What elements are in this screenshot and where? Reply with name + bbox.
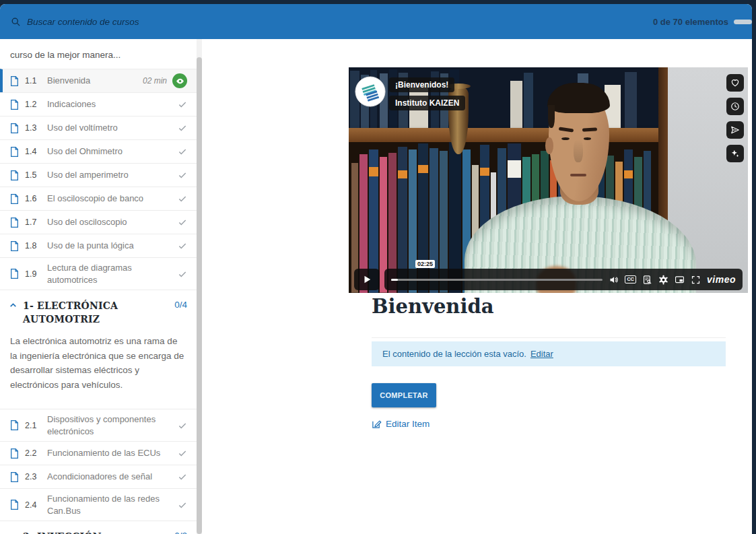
lesson-label: Uso de la punta lógica [47, 240, 172, 252]
volume-button[interactable] [609, 275, 619, 285]
lesson-item-1-8[interactable]: 1.8 Uso de la punta lógica [0, 234, 197, 257]
sparkles-icon [730, 149, 740, 158]
file-icon [10, 123, 19, 133]
lesson-number: 1.5 [25, 170, 41, 180]
lesson-item-1-9[interactable]: 1.9 Lectura de diagramas automotrices [0, 257, 197, 290]
paper-plane-icon [730, 125, 740, 135]
lesson-number: 1.2 [25, 100, 41, 109]
presenter-brow [559, 127, 574, 132]
play-icon [362, 275, 372, 284]
notice-edit-link[interactable]: Editar [530, 349, 553, 359]
gear-icon [658, 275, 668, 285]
presenter-head [549, 86, 609, 201]
share-button[interactable] [726, 121, 744, 139]
lesson-item-2-1[interactable]: 2.1 Dispositivos y componentes electróni… [0, 409, 197, 441]
transcript-icon [642, 275, 652, 285]
lesson-item-1-2[interactable]: 1.2 Indicaciones [0, 92, 197, 116]
check-icon [178, 472, 187, 481]
settings-button[interactable] [658, 275, 668, 285]
lesson-item-1-4[interactable]: 1.4 Uso del Ohmimetro [0, 139, 197, 163]
lesson-number: 1.4 [25, 147, 41, 156]
fullscreen-button[interactable] [691, 275, 701, 285]
lesson-item-2-2[interactable]: 2.2 Funcionamiento de las ECUs [0, 441, 197, 465]
clock-icon [730, 102, 740, 111]
divider [372, 337, 726, 338]
presenter-hair [547, 83, 611, 112]
lesson-item-1-1[interactable]: 1.1 Bienvenida 02 min [0, 69, 197, 92]
lesson-item-2-3[interactable]: 2.3 Acondicionadores de señal [0, 465, 197, 488]
lesson-number: 1.8 [25, 241, 41, 251]
captions-button[interactable]: CC [625, 275, 636, 283]
lesson-item-1-7[interactable]: 1.7 Uso del osciloscopio [0, 210, 197, 234]
section-header-electronica-automotriz[interactable]: 1- ELECTRÓNICA AUTOMOTRIZ 0/4 [0, 290, 197, 333]
sidebar-scrollbar[interactable] [197, 39, 202, 534]
lesson-number: 1.7 [25, 218, 41, 227]
transcript-button[interactable] [642, 275, 652, 285]
lesson-label: Funcionamiento de las ECUs [47, 447, 172, 459]
instituto-kaizen-logo [355, 76, 386, 110]
file-icon [10, 241, 19, 251]
lesson-label: El osciloscopio de banco [47, 193, 172, 205]
lesson-number: 2.1 [25, 421, 41, 430]
lesson-number: 1.9 [25, 269, 41, 279]
presenter-ear [545, 137, 553, 155]
check-icon [178, 147, 187, 156]
file-icon [10, 218, 19, 228]
check-icon [178, 269, 187, 279]
scrollbar-thumb[interactable] [197, 57, 202, 534]
eye-icon [172, 73, 187, 88]
search-input[interactable] [27, 17, 310, 27]
vimeo-logo[interactable]: vimeo [707, 274, 736, 285]
page-title: Bienvenida [372, 295, 494, 318]
lesson-number: 2.2 [25, 448, 41, 458]
pip-icon [675, 275, 685, 285]
seek-played [391, 279, 398, 281]
check-icon [178, 448, 187, 458]
lesson-label: Funcionamiento de las redes Can.Bus [47, 493, 172, 516]
edit-item-link[interactable]: Editar Item [372, 419, 429, 429]
lesson-sidebar: curso de la mejor manera... 1.1 Bienveni… [0, 39, 202, 534]
fullscreen-icon [691, 275, 701, 285]
section-count: 0/2 [174, 531, 187, 534]
lesson-label: Uso del osciloscopio [47, 216, 172, 228]
check-icon [178, 218, 187, 227]
effects-button[interactable] [726, 145, 744, 162]
lesson-label: Bienvenida [47, 75, 137, 87]
lesson-label: Indicaciones [47, 98, 172, 110]
like-button[interactable] [726, 74, 744, 92]
file-icon [10, 420, 19, 430]
check-icon [178, 241, 187, 251]
presenter-sideburn [548, 105, 555, 128]
section-header-inyeccion-electronica[interactable]: 2- INYECCIÓN ELECTRÓNICA DE COMBUSTIBLE … [0, 521, 197, 534]
heart-icon [730, 78, 740, 88]
check-icon [178, 100, 187, 109]
section-title: 2- INYECCIÓN ELECTRÓNICA DE COMBUSTIBLE [23, 530, 169, 534]
vimeo-video-player[interactable]: ¡Bienvenidos! Instituto KAIZEN [349, 67, 748, 293]
edit-item-label: Editar Item [386, 419, 429, 429]
check-icon [178, 500, 187, 510]
file-icon [10, 500, 19, 510]
lesson-item-2-4[interactable]: 2.4 Funcionamiento de las redes Can.Bus [0, 488, 197, 521]
lesson-main: ¡Bienvenidos! Instituto KAIZEN [202, 39, 752, 534]
lesson-item-1-6[interactable]: 1.6 El osciloscopio de banco [0, 187, 197, 210]
lesson-item-1-3[interactable]: 1.3 Uso del voltímetro [0, 116, 197, 139]
welcome-badge: ¡Bienvenidos! [389, 77, 454, 92]
lesson-item-1-5[interactable]: 1.5 Uso del amperimetro [0, 163, 197, 187]
check-icon [178, 170, 187, 180]
progress-label: 0 de 70 elementos [653, 17, 728, 27]
lesson-label: Lectura de diagramas automotrices [47, 262, 172, 286]
watch-later-button[interactable] [726, 98, 744, 115]
check-icon [178, 194, 187, 203]
file-icon [10, 147, 19, 157]
course-progress: 0 de 70 elementos [653, 4, 752, 39]
lesson-label: Uso del Ohmimetro [47, 145, 172, 158]
complete-button[interactable]: COMPLETAR [372, 383, 436, 407]
section-description: La electrónica automotriz es una rama de… [0, 333, 197, 409]
search-icon [11, 17, 21, 27]
play-button[interactable] [354, 269, 380, 290]
cc-icon: CC [625, 275, 636, 283]
pip-button[interactable] [675, 275, 685, 285]
volume-icon [609, 275, 619, 285]
seek-bar[interactable] [391, 279, 603, 281]
video-overlay-text: ¡Bienvenidos! Instituto KAIZEN [389, 77, 465, 110]
